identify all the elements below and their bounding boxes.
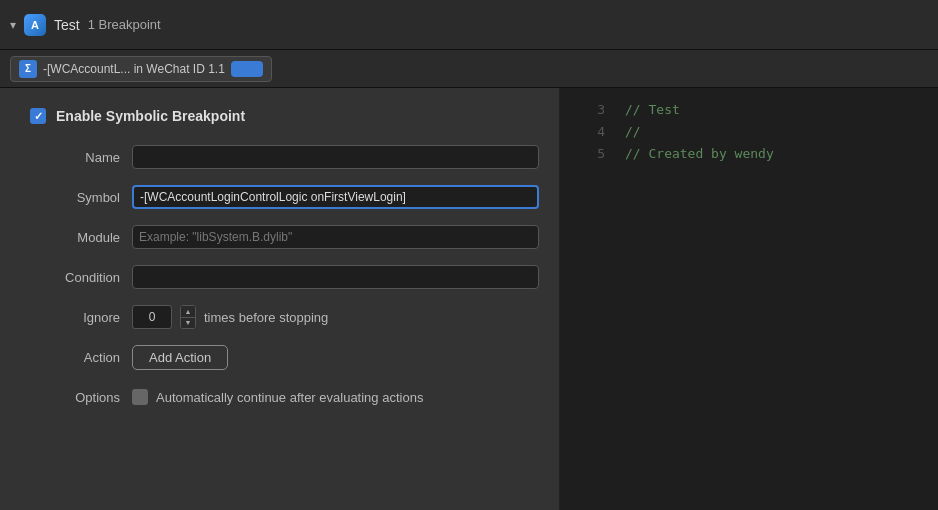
ignore-label: Ignore [30, 310, 120, 325]
action-row: Action Add Action [30, 344, 539, 370]
symbol-input[interactable] [132, 185, 539, 209]
ignore-input[interactable] [132, 305, 172, 329]
options-label: Options [30, 390, 120, 405]
top-bar-left: ▾ A Test 1 Breakpoint [10, 14, 570, 36]
project-name: Test [54, 17, 80, 33]
name-label: Name [30, 150, 120, 165]
enable-row: Enable Symbolic Breakpoint [30, 108, 539, 124]
module-row: Module [30, 224, 539, 250]
options-row: Options Automatically continue after eva… [30, 384, 539, 410]
main-content: Enable Symbolic Breakpoint Name Symbol M… [0, 88, 938, 510]
code-line-5: 5 // Created by wendy [560, 142, 938, 164]
action-label: Action [30, 350, 120, 365]
symbol-row: Symbol [30, 184, 539, 210]
app-icon: A [24, 14, 46, 36]
options-text: Automatically continue after evaluating … [156, 390, 423, 405]
blue-badge [231, 61, 263, 77]
line-content-4: // [625, 124, 641, 139]
condition-label: Condition [30, 270, 120, 285]
module-input[interactable] [132, 225, 539, 249]
name-row: Name [30, 144, 539, 170]
breakpoint-item[interactable]: Σ -[WCAccountL... in WeChat ID 1.1 [10, 56, 272, 82]
stepper-down-button[interactable]: ▼ [181, 318, 195, 329]
line-content-3: // Test [625, 102, 680, 117]
breakpoint-count: 1 Breakpoint [88, 17, 161, 32]
sum-icon: Σ [19, 60, 37, 78]
line-number-4: 4 [575, 124, 605, 139]
ignore-row: Ignore ▲ ▼ times before stopping [30, 304, 539, 330]
module-label: Module [30, 230, 120, 245]
condition-row: Condition [30, 264, 539, 290]
name-input[interactable] [132, 145, 539, 169]
top-bar: ▾ A Test 1 Breakpoint [0, 0, 938, 50]
breakpoint-row: Σ -[WCAccountL... in WeChat ID 1.1 [0, 50, 938, 88]
line-number-3: 3 [575, 102, 605, 117]
enable-label: Enable Symbolic Breakpoint [56, 108, 245, 124]
times-label: times before stopping [204, 310, 328, 325]
stepper-arrows: ▲ ▼ [180, 305, 196, 329]
condition-input[interactable] [132, 265, 539, 289]
stepper-up-button[interactable]: ▲ [181, 306, 195, 318]
code-line-3: 3 // Test [560, 98, 938, 120]
left-panel: Enable Symbolic Breakpoint Name Symbol M… [0, 88, 560, 510]
right-panel: 3 // Test 4 // 5 // Created by wendy [560, 88, 938, 510]
enable-checkbox[interactable] [30, 108, 46, 124]
options-checkbox[interactable] [132, 389, 148, 405]
chevron-down-icon[interactable]: ▾ [10, 18, 16, 32]
ignore-input-wrap: ▲ ▼ times before stopping [132, 305, 328, 329]
line-number-5: 5 [575, 146, 605, 161]
breakpoint-label: -[WCAccountL... in WeChat ID 1.1 [43, 62, 225, 76]
code-line-4: 4 // [560, 120, 938, 142]
symbol-label: Symbol [30, 190, 120, 205]
line-content-5: // Created by wendy [625, 146, 774, 161]
add-action-button[interactable]: Add Action [132, 345, 228, 370]
